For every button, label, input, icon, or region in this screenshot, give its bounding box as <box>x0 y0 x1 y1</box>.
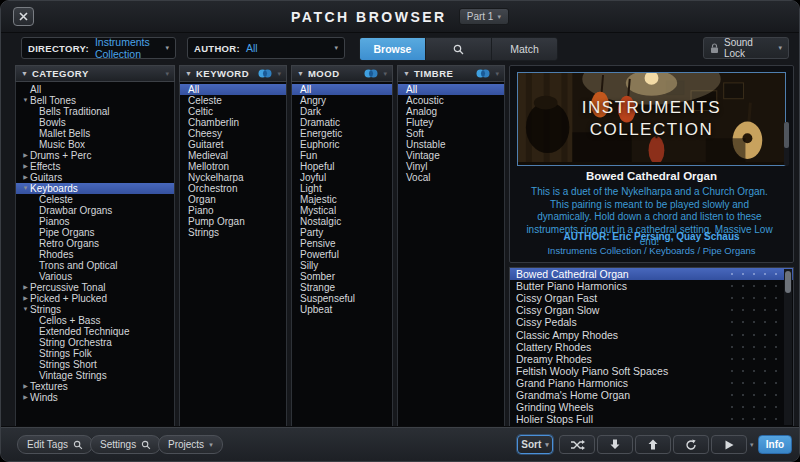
keyword-item[interactable]: Medieval <box>180 150 286 161</box>
rating-dot[interactable] <box>753 406 755 408</box>
mood-item[interactable]: Euphoric <box>292 139 392 150</box>
mood-item[interactable]: Majestic <box>292 194 392 205</box>
patch-row[interactable]: Bowed Cathedral Organ <box>510 268 793 280</box>
mood-item[interactable]: Silly <box>292 260 392 271</box>
rating-dot[interactable] <box>742 321 744 323</box>
rating-dot[interactable] <box>753 394 755 396</box>
rating-dots[interactable] <box>731 328 777 340</box>
rating-dot[interactable] <box>764 370 766 372</box>
keyword-item[interactable]: Pump Organ <box>180 216 286 227</box>
category-item[interactable]: ▼Keyboards <box>16 183 174 194</box>
keyword-item[interactable]: Celeste <box>180 95 286 106</box>
refresh-button[interactable] <box>673 435 709 454</box>
patch-row[interactable]: Cissy Organ Fast <box>510 292 793 304</box>
keyword-item[interactable]: Guitaret <box>180 139 286 150</box>
timbre-item[interactable]: Acoustic <box>398 95 504 106</box>
category-item[interactable]: Mallet Bells <box>16 128 174 139</box>
rating-dot[interactable] <box>753 346 755 348</box>
patch-row[interactable]: Holier Stops Full <box>510 413 793 425</box>
timbre-item[interactable]: All <box>398 84 504 95</box>
mood-item[interactable]: Dark <box>292 106 392 117</box>
rating-dot[interactable] <box>775 334 777 336</box>
info-button[interactable]: Info <box>758 435 792 454</box>
tree-collapsed-icon[interactable]: ▶ <box>21 381 30 392</box>
keyword-item[interactable]: Mellotron <box>180 161 286 172</box>
mood-item[interactable]: Powerful <box>292 249 392 260</box>
rating-dot[interactable] <box>742 382 744 384</box>
category-item[interactable]: Extended Technique <box>16 326 174 337</box>
rating-dot[interactable] <box>731 358 733 360</box>
keyword-item[interactable]: Cheesy <box>180 128 286 139</box>
rating-dot[interactable] <box>775 370 777 372</box>
rating-dots[interactable] <box>731 413 777 425</box>
rating-dots[interactable] <box>731 341 777 353</box>
rating-dot[interactable] <box>731 285 733 287</box>
category-item[interactable]: Bells Traditional <box>16 106 174 117</box>
keyword-column-header[interactable]: ▼KEYWORD▾ <box>179 65 287 82</box>
rating-dot[interactable] <box>731 418 733 420</box>
rating-dots[interactable] <box>731 268 777 280</box>
mood-item[interactable]: Energetic <box>292 128 392 139</box>
category-item[interactable]: Various <box>16 271 174 282</box>
patch-row[interactable]: Dreamy Rhodes <box>510 353 793 365</box>
patch-row[interactable]: Grand Piano Harmonics <box>510 377 793 389</box>
next-patch-button[interactable] <box>635 435 671 454</box>
rating-dot[interactable] <box>764 418 766 420</box>
rating-dot[interactable] <box>742 406 744 408</box>
rating-dot[interactable] <box>775 297 777 299</box>
rating-dot[interactable] <box>742 418 744 420</box>
rating-dot[interactable] <box>775 358 777 360</box>
play-button[interactable] <box>711 435 747 454</box>
rating-dot[interactable] <box>775 394 777 396</box>
mood-item[interactable]: Light <box>292 183 392 194</box>
rating-dot[interactable] <box>753 334 755 336</box>
mood-item[interactable]: Joyful <box>292 172 392 183</box>
patch-row[interactable]: Butter Piano Harmonics <box>510 280 793 292</box>
patch-row[interactable]: Grinding Wheels <box>510 401 793 413</box>
rating-dot[interactable] <box>764 297 766 299</box>
keyword-item[interactable]: Organ <box>180 194 286 205</box>
timbre-item[interactable]: Flutey <box>398 117 504 128</box>
rating-dot[interactable] <box>775 309 777 311</box>
tab-search[interactable] <box>426 38 492 60</box>
shuffle-button[interactable] <box>559 435 595 454</box>
patch-list-scrollbar[interactable] <box>784 269 792 425</box>
mood-item[interactable]: Dramatic <box>292 117 392 128</box>
tab-browse[interactable]: Browse <box>360 38 426 60</box>
rating-dot[interactable] <box>742 346 744 348</box>
category-item[interactable]: Pipe Organs <box>16 227 174 238</box>
rating-dot[interactable] <box>753 418 755 420</box>
rating-dot[interactable] <box>775 406 777 408</box>
category-item[interactable]: Cellos + Bass <box>16 315 174 326</box>
rating-dot[interactable] <box>742 273 744 275</box>
category-item[interactable]: All <box>16 84 174 95</box>
tree-collapsed-icon[interactable]: ▶ <box>21 282 30 293</box>
rating-dot[interactable] <box>753 321 755 323</box>
rating-dot[interactable] <box>764 285 766 287</box>
mood-item[interactable]: Angry <box>292 95 392 106</box>
edit-tags-button[interactable]: Edit Tags <box>17 435 93 454</box>
category-item[interactable]: ▶Drums + Perc <box>16 150 174 161</box>
timbre-column-header[interactable]: ▼TIMBRE▾ <box>397 65 505 82</box>
rating-dot[interactable] <box>764 309 766 311</box>
rating-dot[interactable] <box>742 309 744 311</box>
patch-row[interactable]: Cissy Pedals <box>510 316 793 328</box>
mood-item[interactable]: Strange <box>292 282 392 293</box>
author-dropdown[interactable]: AUTHOR: All ▾ <box>187 37 345 59</box>
and-or-filter-icon[interactable] <box>476 69 490 78</box>
rating-dots[interactable] <box>731 377 777 389</box>
part-selector[interactable]: Part 1 ▾ <box>459 8 509 25</box>
rating-dot[interactable] <box>764 321 766 323</box>
timbre-item[interactable]: Vintage <box>398 150 504 161</box>
tree-collapsed-icon[interactable]: ▶ <box>21 150 30 161</box>
category-item[interactable]: Retro Organs <box>16 238 174 249</box>
rating-dot[interactable] <box>764 382 766 384</box>
tab-match[interactable]: Match <box>492 38 557 60</box>
settings-button[interactable]: Settings <box>90 435 161 454</box>
sort-button[interactable]: Sort ▾ <box>517 435 553 454</box>
timbre-item[interactable]: Soft <box>398 128 504 139</box>
rating-dot[interactable] <box>764 358 766 360</box>
tree-collapsed-icon[interactable]: ▶ <box>21 161 30 172</box>
tree-collapsed-icon[interactable]: ▶ <box>21 172 30 183</box>
rating-dot[interactable] <box>753 297 755 299</box>
